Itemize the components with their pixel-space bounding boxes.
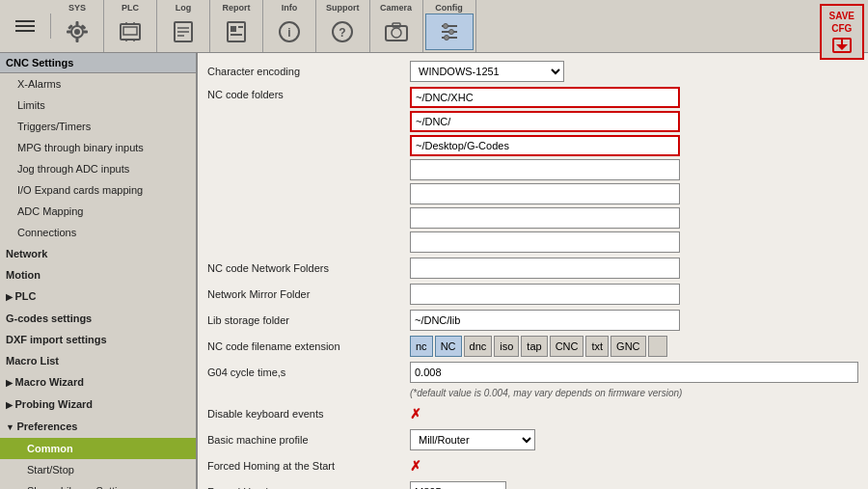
forced-homing-macro-input[interactable] xyxy=(410,481,506,489)
nc-network-folders-row: NC code Network Folders xyxy=(207,258,858,279)
sidebar: CNC Settings X-Alarms Limits Triggers/Ti… xyxy=(0,53,198,489)
config-button[interactable] xyxy=(425,14,474,50)
g04-input[interactable] xyxy=(410,362,858,383)
sidebar-item-motion[interactable]: Motion xyxy=(0,264,196,285)
plc-button[interactable] xyxy=(106,14,154,50)
svg-rect-20 xyxy=(231,34,242,36)
svg-rect-3 xyxy=(76,38,79,42)
sidebar-item-plc[interactable]: PLC xyxy=(0,285,196,308)
nc-network-folders-input[interactable] xyxy=(410,258,680,279)
sidebar-item-limits[interactable]: Limits xyxy=(0,95,196,116)
save-cfg-button[interactable]: SAVE CFG xyxy=(820,4,865,60)
svg-point-34 xyxy=(444,36,448,41)
forced-homing-macro-value xyxy=(410,481,858,489)
disable-keyboard-value: ✗ xyxy=(410,406,858,421)
svg-rect-19 xyxy=(231,26,236,32)
sidebar-item-probing-wizard[interactable]: Probing Wizard xyxy=(0,394,196,416)
save-icon xyxy=(830,37,854,54)
sys-button[interactable] xyxy=(53,14,101,50)
basic-machine-row: Basic machine profile Mill/Router Lathe … xyxy=(207,429,858,450)
sidebar-item-network[interactable]: Network xyxy=(0,243,196,264)
sidebar-item-x-alarms[interactable]: X-Alarms xyxy=(0,73,196,95)
sidebar-item-triggers-timers[interactable]: Triggers/Timers xyxy=(0,116,196,137)
svg-point-33 xyxy=(448,30,453,35)
disable-keyboard-row: Disable keyboard events ✗ xyxy=(207,403,858,424)
camera-icon xyxy=(383,18,410,45)
svg-rect-2 xyxy=(76,21,79,26)
sidebar-item-g-codes[interactable]: G-codes settings xyxy=(0,308,196,329)
log-label: Log xyxy=(168,2,200,14)
sidebar-item-macro-list[interactable]: Macro List xyxy=(0,350,196,371)
info-button[interactable]: i xyxy=(265,14,313,50)
basic-machine-label: Basic machine profile xyxy=(207,434,410,446)
report-icon xyxy=(223,18,250,45)
forced-homing-start-label: Forced Homing at the Start xyxy=(207,460,410,472)
nc-folder-input-3[interactable] xyxy=(410,159,680,180)
hamburger-button[interactable] xyxy=(2,15,48,37)
nc-folder-input-4[interactable] xyxy=(410,183,680,204)
nc-extension-label: NC code filename extension xyxy=(207,340,410,352)
log-button[interactable] xyxy=(159,14,207,50)
character-encoding-value: WINDOWS-1251 UTF-8 ASCII xyxy=(410,61,858,82)
disable-keyboard-label: Disable keyboard events xyxy=(207,408,410,420)
ext-btn-txt[interactable]: txt xyxy=(585,336,609,357)
support-button[interactable]: ? xyxy=(318,14,366,50)
sidebar-item-adc-mapping[interactable]: ADC Mapping xyxy=(0,201,196,222)
log-icon xyxy=(170,18,197,45)
ext-btn-GNC[interactable]: GNC xyxy=(610,336,645,357)
basic-machine-select[interactable]: Mill/Router Lathe Plasma xyxy=(410,429,535,450)
hamburger-section xyxy=(0,14,51,39)
sidebar-item-shape-library[interactable]: Shape Library Settings xyxy=(0,480,196,489)
camera-button[interactable] xyxy=(372,14,420,50)
sidebar-item-connections[interactable]: Connections xyxy=(0,222,196,243)
nc-extension-row: NC code filename extension nc NC dnc iso… xyxy=(207,336,858,357)
report-button[interactable] xyxy=(212,14,260,50)
nc-folder-input-1[interactable] xyxy=(410,111,680,132)
character-encoding-label: Character encoding xyxy=(207,66,410,77)
ext-btn-iso[interactable]: iso xyxy=(494,336,519,357)
sidebar-item-preferences[interactable]: Preferences xyxy=(0,416,196,438)
ext-btn-tap[interactable]: tap xyxy=(521,336,547,357)
sidebar-item-start-stop[interactable]: Start/Stop xyxy=(0,459,196,480)
network-mirror-input[interactable] xyxy=(410,284,680,305)
g04-label: G04 cycle time,s xyxy=(207,367,410,378)
nc-folder-input-6[interactable] xyxy=(410,231,680,253)
svg-text:i: i xyxy=(287,26,290,40)
svg-rect-5 xyxy=(83,31,88,34)
config-label: Config xyxy=(427,2,471,14)
svg-rect-4 xyxy=(67,31,71,34)
g04-row: G04 cycle time,s xyxy=(207,362,858,383)
lib-storage-label: Lib storage folder xyxy=(207,314,410,326)
sys-label: SYS xyxy=(61,2,94,14)
support-label: Support xyxy=(318,2,367,14)
sidebar-item-macro-wizard[interactable]: Macro Wizard xyxy=(0,371,196,394)
lib-storage-input[interactable] xyxy=(410,310,680,331)
ext-btn-dnc[interactable]: dnc xyxy=(464,336,493,357)
nc-folder-input-0[interactable] xyxy=(410,87,680,108)
ext-btn-NC[interactable]: NC xyxy=(435,336,462,357)
sidebar-item-dxf-import[interactable]: DXF import settings xyxy=(0,329,196,350)
main-container: CNC Settings X-Alarms Limits Triggers/Ti… xyxy=(0,53,868,489)
network-mirror-value xyxy=(410,284,858,305)
ext-btn-nc[interactable]: nc xyxy=(410,336,433,357)
ext-btn-CNC[interactable]: CNC xyxy=(550,336,584,357)
config-section: Config xyxy=(423,0,476,52)
plc-icon xyxy=(117,18,144,45)
nc-folder-input-5[interactable] xyxy=(410,207,680,229)
character-encoding-select[interactable]: WINDOWS-1251 UTF-8 ASCII xyxy=(410,61,564,82)
sidebar-item-common[interactable]: Common xyxy=(0,438,196,459)
sidebar-item-mpg-binary[interactable]: MPG through binary inputs xyxy=(0,137,196,158)
disable-keyboard-checkbox[interactable]: ✗ xyxy=(410,406,421,421)
nc-network-folders-label: NC code Network Folders xyxy=(207,262,410,274)
nc-folder-input-2[interactable] xyxy=(410,135,680,156)
ext-btn-empty[interactable] xyxy=(648,336,667,357)
report-label: Report xyxy=(215,2,258,14)
svg-text:?: ? xyxy=(339,26,346,40)
plc-section: PLC xyxy=(104,0,157,52)
sidebar-item-io-expand[interactable]: I/O Expand cards mapping xyxy=(0,179,196,201)
forced-homing-start-checkbox[interactable]: ✗ xyxy=(410,458,421,474)
sidebar-header: CNC Settings xyxy=(0,53,196,73)
nc-folders-row: NC code folders xyxy=(207,87,858,253)
content-area: Character encoding WINDOWS-1251 UTF-8 AS… xyxy=(198,53,868,489)
sidebar-item-jog-adc[interactable]: Jog through ADC inputs xyxy=(0,158,196,179)
